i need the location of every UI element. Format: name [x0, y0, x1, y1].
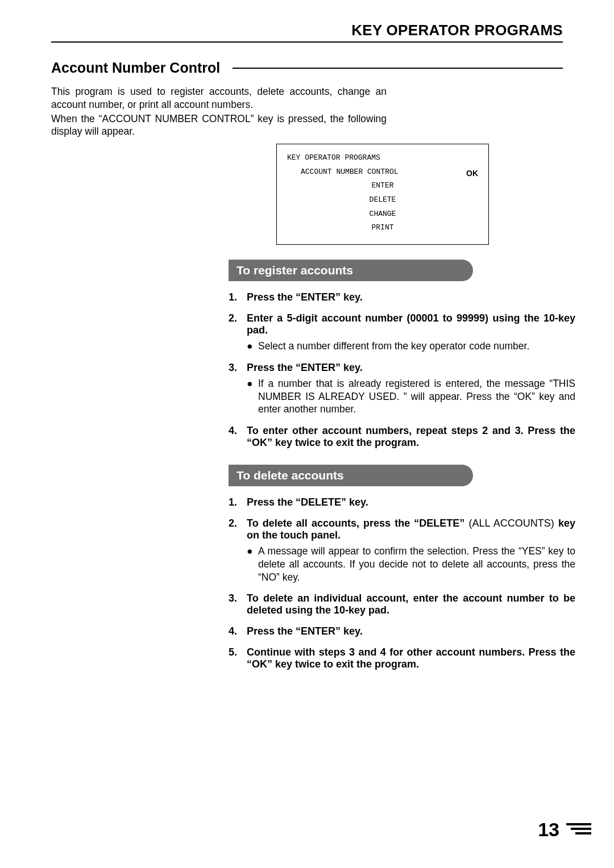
step-text: Enter a 5-digit account number (00001 to… [247, 312, 575, 336]
display-ok-label: OK [466, 166, 478, 181]
intro-paragraph-2: When the “ACCOUNT NUMBER CONTROL” key is… [51, 112, 387, 139]
step-number: 4. [229, 625, 247, 637]
register-heading: To register accounts [229, 260, 473, 281]
intro-paragraph-1: This program is used to register account… [51, 85, 387, 111]
page-number: 13 [538, 819, 559, 841]
bullet-icon: ● [247, 545, 258, 583]
section-heading-row: Account Number Control [51, 60, 563, 76]
delete-steps: 1. Press the “DELETE” key. 2. To delete … [229, 496, 575, 670]
step-text: Continue with steps 3 and 4 for other ac… [247, 646, 575, 670]
step-text: To delete an individual account, enter t… [247, 592, 575, 616]
bullet: ● Select a number different from the key… [247, 340, 575, 353]
bullet-text: A message will appear to confirm the sel… [258, 545, 575, 583]
step-number: 1. [229, 291, 247, 303]
step-number: 2. [229, 518, 247, 541]
display-option-delete: DELETE [286, 193, 479, 207]
step-text: To enter other account numbers, repeat s… [247, 425, 575, 449]
page-number-decor-icon [566, 823, 591, 837]
display-line-1: KEY OPERATOR PROGRAMS [286, 151, 479, 165]
display-option-enter: ENTER [286, 179, 479, 193]
step-text: Press the “ENTER” key. [247, 362, 575, 374]
bullet: ● A message will appear to confirm the s… [247, 545, 575, 583]
step-number: 2. [229, 312, 247, 336]
step-text: To delete all accounts, press the “DELET… [247, 518, 575, 541]
step-number: 1. [229, 496, 247, 508]
display-line-2: ACCOUNT NUMBER CONTROL [286, 165, 479, 180]
step-text: Press the “ENTER” key. [247, 291, 575, 303]
step-number: 3. [229, 362, 247, 374]
register-steps: 1. Press the “ENTER” key. 2. Enter a 5-d… [229, 291, 575, 449]
step-number: 4. [229, 425, 247, 449]
display-option-print: PRINT [286, 221, 479, 235]
step-text: Press the “DELETE” key. [247, 496, 575, 508]
display-option-change: CHANGE [286, 207, 479, 222]
step: 1. Press the “ENTER” key. [229, 291, 575, 303]
step-number: 5. [229, 646, 247, 670]
step: 1. Press the “DELETE” key. [229, 496, 575, 508]
lcd-display-panel: KEY OPERATOR PROGRAMS ACCOUNT NUMBER CON… [276, 144, 489, 245]
step-number: 3. [229, 592, 247, 616]
step-text: Press the “ENTER” key. [247, 625, 575, 637]
step: 2. To delete all accounts, press the “DE… [229, 518, 575, 583]
section-title: Account Number Control [51, 60, 220, 76]
bullet: ● If a number that is already registered… [247, 377, 575, 416]
step: 3. To delete an individual account, ente… [229, 592, 575, 616]
page-number-area: 13 [538, 819, 591, 841]
step: 2. Enter a 5-digit account number (00001… [229, 312, 575, 353]
bullet-icon: ● [247, 340, 258, 353]
bullet-text: If a number that is already registered i… [258, 377, 575, 416]
step: 4. To enter other account numbers, repea… [229, 425, 575, 449]
bullet-text: Select a number different from the key o… [258, 340, 575, 353]
section-rule [233, 68, 563, 69]
bullet-icon: ● [247, 377, 258, 416]
delete-heading: To delete accounts [229, 465, 473, 486]
step: 4. Press the “ENTER” key. [229, 625, 575, 637]
step: 3. Press the “ENTER” key. ● If a number … [229, 362, 575, 416]
header-title: KEY OPERATOR PROGRAMS [51, 22, 563, 43]
step: 5. Continue with steps 3 and 4 for other… [229, 646, 575, 670]
intro-block: This program is used to register account… [51, 85, 387, 138]
